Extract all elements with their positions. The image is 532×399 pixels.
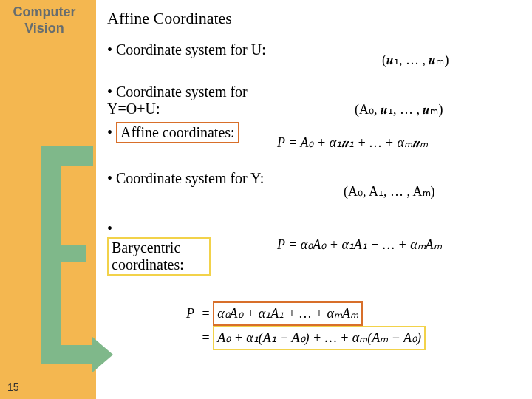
page-title: Affine Coordinates: [107, 9, 521, 28]
equation-lhs: P: [166, 303, 199, 324]
slide-content: Affine Coordinates • Coordinate system f…: [107, 9, 521, 138]
bullet-coord-you: • Coordinate system for Y=O+U:: [107, 83, 521, 117]
equation-block: P = α₀A₀ + α₁A₁ + … + αₘAₘ = A₀ + α₁(A₁ …: [166, 301, 426, 350]
bullet-text: Coordinate system for U:: [116, 41, 266, 58]
equation-rhs-2: A₀ + α₁(A₁ − A₀) + … + αₘ(Aₘ − A₀): [213, 326, 426, 350]
formula-coord-y: (A₀, A₁, … , Aₘ): [344, 183, 435, 200]
formula-coord-u: (𝒖₁, … , 𝒖ₘ): [382, 52, 449, 68]
e-arrow-graphic: [41, 146, 93, 364]
bullet-affine: • Affine coordinates:: [107, 122, 239, 143]
formula-affine: P = A₀ + α₁𝒖₁ + … + αₘ𝒖ₘ: [277, 134, 428, 151]
bullet-coord-y: • Coordinate system for Y:: [107, 170, 264, 187]
equation-row-1: P = α₀A₀ + α₁A₁ + … + αₘAₘ: [166, 301, 426, 326]
page-number: 15: [7, 381, 19, 393]
bullet-text: Coordinate system for Y:: [116, 170, 264, 186]
formula-barycentric: P = α₀A₀ + α₁A₁ + … + αₘAₘ: [277, 236, 442, 253]
equation-row-2: = A₀ + α₁(A₁ − A₀) + … + αₘ(Aₘ − A₀): [166, 326, 426, 350]
equation-rhs-1: α₀A₀ + α₁A₁ + … + αₘAₘ: [213, 301, 363, 326]
sidebar-title: Computer Vision: [0, 4, 89, 36]
sidebar-title-line1: Computer: [13, 4, 76, 19]
barycentric-label-box: Barycentric coordinates:: [107, 237, 211, 276]
formula-coord-you: (A₀, 𝒖₁, … , 𝒖ₘ): [355, 101, 443, 117]
affine-label-box: Affine coordinates:: [116, 122, 239, 143]
bullet-coord-u: • Coordinate system for U:: [107, 41, 521, 58]
sidebar-title-line2: Vision: [24, 21, 64, 35]
bullet-text: Barycentric coordinates:: [112, 239, 184, 273]
bullet-text: Coordinate system for Y=O+U:: [107, 83, 248, 117]
bullet-text: Affine coordinates:: [120, 124, 235, 140]
bullet-barycentric: • Barycentric coordinates:: [107, 220, 211, 276]
